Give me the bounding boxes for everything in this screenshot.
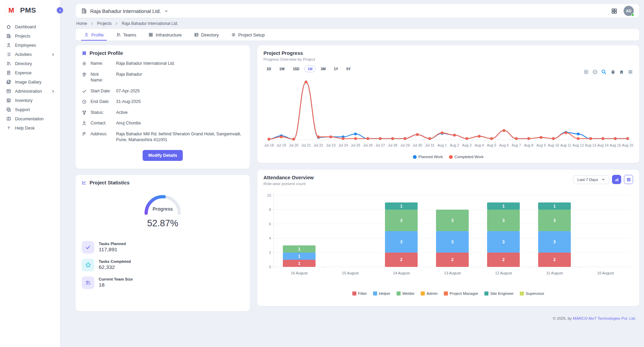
legend-label: Site Engineer bbox=[490, 291, 514, 296]
legend-swatch bbox=[373, 291, 377, 296]
range-1w[interactable]: 1W bbox=[276, 65, 288, 72]
legend-swatch bbox=[397, 291, 401, 296]
sidebar-item-projects[interactable]: Projects bbox=[0, 31, 60, 41]
sidebar-item-employees[interactable]: Employees bbox=[0, 41, 60, 50]
attendance-title: Attendance Overview bbox=[263, 175, 313, 180]
svg-text:Aug 14: Aug 14 bbox=[597, 143, 609, 147]
sidebar-item-administration[interactable]: Administration bbox=[0, 87, 60, 96]
legend-item[interactable]: Fitter bbox=[352, 291, 367, 296]
svg-text:Jul 30: Jul 30 bbox=[413, 143, 422, 147]
attendance-subtitle: Role-wise present count bbox=[263, 182, 313, 186]
project-progress-line-chart[interactable]: Jul 18Jul 19Jul 20Jul 21Jul 22Jul 23Jul … bbox=[263, 75, 633, 153]
legend-item[interactable]: Project Manager bbox=[444, 291, 478, 296]
modify-details-button[interactable]: Modify Details bbox=[143, 150, 183, 161]
footer-text: © 2025, by bbox=[553, 316, 573, 320]
field-label: Start Date: bbox=[91, 88, 112, 94]
svg-text:Aug 9: Aug 9 bbox=[536, 143, 546, 147]
trophy-icon bbox=[82, 110, 87, 115]
menu-icon[interactable] bbox=[628, 69, 633, 75]
selection-zoom-icon[interactable] bbox=[601, 69, 607, 75]
svg-text:10 August: 10 August bbox=[597, 271, 614, 275]
gauge-arc: Progress bbox=[140, 190, 185, 215]
sidebar-item-directory[interactable]: Directory bbox=[0, 59, 60, 68]
legend-item[interactable]: Completed Work bbox=[449, 155, 483, 159]
legend-item[interactable]: Supervisor bbox=[520, 291, 544, 296]
svg-text:3: 3 bbox=[400, 218, 403, 223]
app-logo[interactable]: M PMS bbox=[0, 0, 60, 19]
svg-text:Jul 28: Jul 28 bbox=[388, 143, 397, 147]
svg-text:Aug 8: Aug 8 bbox=[524, 143, 534, 147]
home-icon[interactable] bbox=[619, 69, 624, 75]
breadcrumb-home[interactable]: Home bbox=[76, 21, 87, 26]
sidebar-item-dashboard[interactable]: Dashboard bbox=[0, 22, 60, 31]
table-icon bbox=[626, 177, 631, 182]
svg-text:2: 2 bbox=[451, 257, 454, 262]
pan-icon[interactable] bbox=[610, 69, 615, 75]
field-value: Raja Bahadur Mill Rd, behind Sheraton Gr… bbox=[116, 131, 244, 143]
sidebar-item-label: Directory bbox=[15, 61, 32, 66]
company-selector[interactable]: Raja Bahadur International Ltd. bbox=[81, 8, 168, 14]
sidebar-item-documentation[interactable]: Documentation bbox=[0, 114, 60, 123]
bar-chart-view-button[interactable] bbox=[612, 175, 621, 184]
check-icon bbox=[82, 89, 87, 94]
fingerprint-icon bbox=[82, 72, 87, 77]
legend-item[interactable]: Admin bbox=[421, 291, 438, 296]
field-value: Raja Bahadur International Ltd. bbox=[116, 61, 244, 67]
project-progress-title: Project Progress bbox=[263, 50, 633, 56]
range-1d[interactable]: 1D bbox=[263, 65, 274, 72]
svg-text:Aug 2: Aug 2 bbox=[450, 143, 459, 147]
card-title-text: Project Statistics bbox=[90, 180, 130, 185]
legend-item[interactable]: Planned Work bbox=[413, 155, 443, 159]
apps-grid-icon[interactable] bbox=[611, 8, 617, 14]
legend-item[interactable]: Welder bbox=[397, 291, 415, 296]
sidebar-item-label: Image Gallary bbox=[15, 80, 42, 85]
zoom-out-icon[interactable] bbox=[592, 69, 598, 75]
attendance-range-select[interactable]: Last 7 Days bbox=[573, 175, 609, 184]
range-1m[interactable]: 1M bbox=[304, 65, 316, 72]
breadcrumb-projects[interactable]: Projects bbox=[97, 21, 112, 26]
zoom-in-icon[interactable] bbox=[583, 69, 589, 75]
table-view-button[interactable] bbox=[624, 175, 633, 184]
sidebar-item-image-gallery[interactable]: Image Gallary bbox=[0, 77, 60, 87]
stat-value: 18 bbox=[99, 282, 133, 288]
legend-swatch bbox=[484, 291, 488, 296]
tab-directory[interactable]: Directory bbox=[190, 29, 223, 41]
tab-profile[interactable]: Profile bbox=[80, 29, 108, 41]
tab-project-setup[interactable]: Project Setup bbox=[227, 29, 269, 41]
svg-text:15 August: 15 August bbox=[342, 271, 359, 275]
project-statistics-card: Project Statistics Progress bbox=[76, 175, 250, 311]
chevron-right-icon bbox=[51, 52, 55, 57]
attendance-bar-chart[interactable]: 024681011116 August15 August233114 Augus… bbox=[263, 188, 633, 290]
range-1y[interactable]: 1Y bbox=[331, 65, 341, 72]
sidebar-item-inventory[interactable]: Inventory bbox=[0, 96, 60, 105]
sidebar-item-help-desk[interactable]: Help Desk bbox=[0, 123, 60, 133]
sidebar-item-support[interactable]: Support bbox=[0, 105, 60, 114]
legend-item[interactable]: Helper bbox=[373, 291, 390, 296]
sidebar-item-label: Support bbox=[15, 107, 30, 112]
svg-text:3: 3 bbox=[502, 218, 505, 223]
stat-list: Tasks Planned 117,891 Tasks Completed 62… bbox=[82, 241, 244, 289]
top-bar: Raja Bahadur International Ltd. AD bbox=[76, 4, 639, 18]
flag-icon bbox=[82, 132, 87, 137]
legend-label: Planned Work bbox=[418, 155, 443, 159]
field-label: End Date: bbox=[91, 99, 112, 105]
legend-item[interactable]: Site Engineer bbox=[484, 291, 514, 296]
svg-text:3: 3 bbox=[553, 240, 556, 244]
sidebar-collapse-button[interactable] bbox=[57, 7, 63, 13]
range-3m[interactable]: 3M bbox=[318, 65, 329, 72]
field-value: Raja Bahadur bbox=[116, 72, 244, 84]
tab-teams[interactable]: Teams bbox=[112, 29, 141, 41]
range-5y[interactable]: 5Y bbox=[343, 65, 354, 72]
tab-infrastructure[interactable]: Infrastructure bbox=[144, 29, 186, 41]
content-row: Project Profile Name: Raja Bahadur Inter… bbox=[76, 45, 639, 322]
sidebar-item-activities[interactable]: Activities bbox=[0, 50, 60, 59]
footer-link[interactable]: MARCO AIoT Technologies Pvt. Ltd. bbox=[573, 316, 636, 320]
sidebar-item-label: Documentation bbox=[15, 117, 44, 121]
user-avatar[interactable]: AD bbox=[624, 6, 634, 16]
range-15d[interactable]: 15D bbox=[290, 65, 302, 72]
svg-text:1: 1 bbox=[502, 204, 505, 209]
profile-field-name: Name: Raja Bahadur International Ltd. bbox=[82, 61, 244, 67]
svg-text:Jul 27: Jul 27 bbox=[375, 143, 385, 147]
chevron-left-icon bbox=[58, 9, 62, 12]
sidebar-item-expense[interactable]: Expense bbox=[0, 68, 60, 77]
